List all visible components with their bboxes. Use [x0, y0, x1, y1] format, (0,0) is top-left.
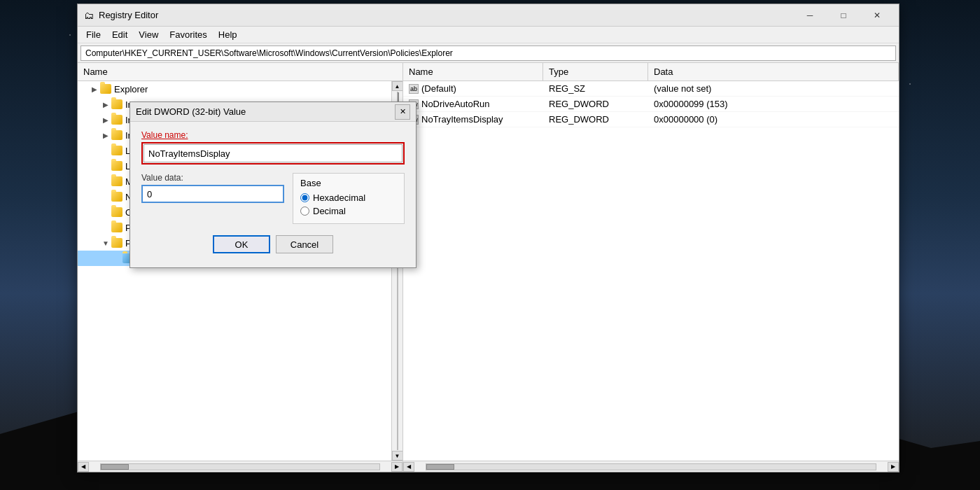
dialog-title: Edit DWORD (32-bit) Value: [136, 106, 395, 117]
dialog-close-button[interactable]: ✕: [395, 104, 410, 120]
value-data-label: Value data:: [141, 173, 284, 183]
value-data-section: Value data:: [141, 173, 284, 224]
radio-decimal[interactable]: Decimal: [300, 206, 397, 216]
radio-dec-input[interactable]: [300, 206, 309, 216]
value-name-input[interactable]: [144, 144, 402, 162]
dialog-body: Value name: Value data: Base Hexadecimal: [130, 122, 416, 267]
radio-hexadecimal[interactable]: Hexadecimal: [300, 192, 397, 203]
value-name-label: Value name:: [141, 130, 405, 140]
cancel-button[interactable]: Cancel: [276, 235, 333, 253]
dialog-buttons: OK Cancel: [141, 232, 405, 259]
base-title: Base: [300, 178, 397, 188]
value-name-container: [141, 142, 405, 164]
radio-hex-input[interactable]: [300, 193, 309, 202]
bottom-row: Value data: Base Hexadecimal Decimal: [141, 173, 405, 224]
modal-overlay: Edit DWORD (32-bit) Value ✕ Value name: …: [0, 0, 980, 490]
radio-hex-label: Hexadecimal: [313, 192, 365, 203]
dialog-title-bar: Edit DWORD (32-bit) Value ✕: [130, 102, 416, 122]
value-data-input[interactable]: [141, 185, 284, 203]
ok-button[interactable]: OK: [213, 235, 270, 253]
radio-dec-label: Decimal: [313, 206, 346, 216]
edit-dword-dialog: Edit DWORD (32-bit) Value ✕ Value name: …: [130, 102, 416, 268]
base-section: Base Hexadecimal Decimal: [293, 173, 405, 224]
